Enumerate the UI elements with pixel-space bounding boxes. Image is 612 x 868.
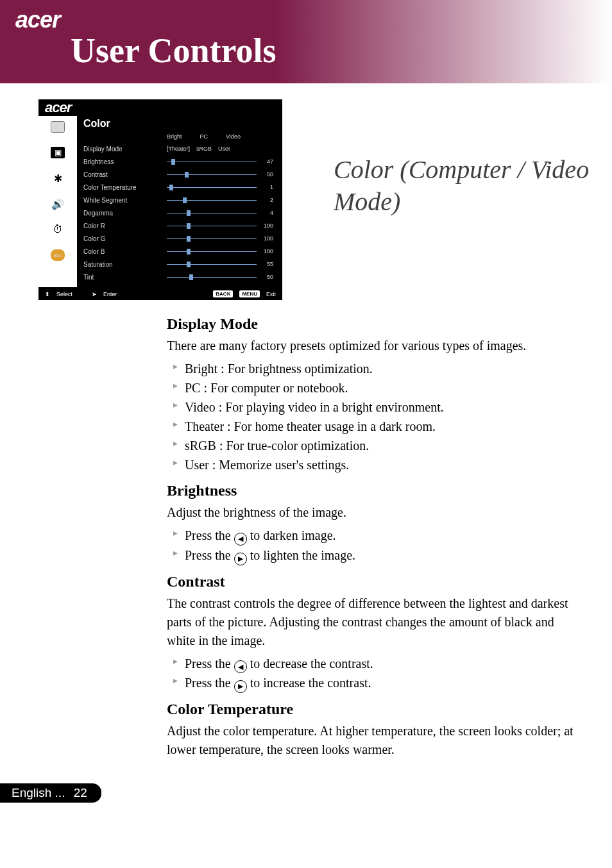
section-heading: Color (Computer / Video Mode) (334, 154, 597, 218)
list-item: Press the ◀ to darken image. (173, 526, 577, 546)
language-icon: abc (51, 249, 65, 261)
osd-brand: acer (38, 99, 282, 116)
intro-contrast: The contrast controls the degree of diff… (167, 594, 577, 650)
list-display-modes: Bright : For brightness optimization.PC … (173, 359, 577, 474)
osd-slider (167, 213, 257, 213)
osd-slider-value: 50 (257, 171, 273, 178)
osd-slider-value: 55 (257, 261, 273, 267)
list-item: Bright : For brightness optimization. (173, 359, 577, 378)
heading-color-temp: Color Temperature (167, 701, 577, 718)
osd-slider-row: Brightness47 (83, 155, 273, 168)
osd-header-1: Bright (167, 133, 182, 140)
osd-slider-row: Degamma4 (83, 206, 273, 219)
heading-display-mode: Display Mode (167, 315, 577, 333)
osd-back-chip: BACK (213, 290, 233, 297)
osd-sliders: Brightness47Contrast50Color Temperature1… (83, 155, 273, 283)
left-arrow-icon: ◀ (234, 533, 247, 546)
list-item: Press the ▶ to lighten the image. (173, 546, 577, 565)
gauge-icon: ◐ (51, 121, 65, 133)
list-item: sRGB : For true-color optimization. (173, 436, 577, 455)
page-title: User Controls (71, 31, 612, 71)
page-number: 22 (74, 786, 87, 799)
osd-slider-row: Tint50 (83, 271, 273, 283)
updown-icon: ⬍ (45, 291, 50, 297)
osd-slider-label: Saturation (83, 261, 167, 268)
osd-slider-label: Color R (83, 222, 167, 230)
osd-slider-label: Color B (83, 248, 167, 255)
right-icon: ➤ (92, 291, 97, 297)
osd-screenshot: acer ◐ ▣ ✱ 🔊 ⏱ abc Color Bright PC Video… (38, 99, 282, 300)
left-arrow-icon: ◀ (234, 660, 247, 673)
intro-brightness: Adjust the brightness of the image. (167, 503, 577, 522)
list-item: Theater : For home theater usage in a da… (173, 417, 577, 436)
osd-slider-row: Color R100 (83, 219, 273, 232)
page-language: English ... (12, 786, 65, 799)
osd-slider-value: 2 (257, 197, 273, 203)
osd-slider-row: Color G100 (83, 232, 273, 245)
osd-slider-value: 50 (257, 274, 273, 280)
osd-slider (167, 226, 257, 226)
osd-slider (167, 238, 257, 239)
osd-slider-value: 47 (257, 158, 273, 165)
osd-header-row: Bright PC Video (83, 133, 273, 140)
osd-header-3: Video (226, 133, 241, 140)
osd-opt-user: User (218, 146, 230, 152)
intro-color-temp: Adjust the color temperature. At higher … (167, 722, 577, 759)
osd-slider-label: Tint (83, 274, 167, 281)
osd-label: Display Mode (83, 146, 167, 153)
osd-slider (167, 162, 257, 162)
osd-header-2: PC (200, 133, 208, 140)
heading-brightness: Brightness (167, 482, 577, 499)
osd-slider-value: 100 (257, 222, 273, 229)
heading-contrast: Contrast (167, 573, 577, 590)
osd-slider-label: Color Temperature (83, 184, 167, 191)
osd-slider (167, 277, 257, 278)
osd-slider-row: Color Temperature1 (83, 181, 273, 194)
right-arrow-icon: ▶ (234, 553, 247, 565)
osd-slider-row: Contrast50 (83, 168, 273, 181)
osd-icon-column: ◐ ▣ ✱ 🔊 ⏱ abc (38, 116, 77, 287)
page-number-tab: English ... 22 (0, 783, 101, 803)
osd-slider-value: 100 (257, 235, 273, 242)
osd-exit: Exit (266, 291, 276, 297)
osd-slider-label: Color G (83, 235, 167, 242)
intro-display-mode: There are many factory presets optimized… (167, 337, 577, 355)
osd-select: Select (56, 291, 72, 297)
right-arrow-icon: ▶ (234, 680, 247, 693)
osd-slider (167, 200, 257, 201)
osd-row-display-mode: Display Mode [Theater] sRGB User (83, 142, 273, 155)
settings-icon: ✱ (51, 172, 65, 184)
content-body: Display Mode There are many factory pres… (167, 308, 577, 762)
osd-slider-label: Contrast (83, 171, 167, 178)
osd-slider (167, 174, 257, 175)
page-header: acer User Controls (0, 0, 612, 83)
osd-footer: ⬍ Select ➤ Enter BACK MENU Exit (38, 287, 282, 297)
list-item: User : Memorize user's settings. (173, 455, 577, 474)
brand-logo: acer (15, 6, 612, 33)
osd-title: Color (83, 118, 273, 129)
osd-slider-label: Brightness (83, 158, 167, 165)
osd-slider (167, 264, 257, 265)
osd-slider (167, 251, 257, 252)
osd-enter: Enter (103, 291, 117, 297)
osd-slider (167, 187, 257, 188)
osd-menu-chip: MENU (239, 290, 260, 297)
osd-slider-value: 100 (257, 248, 273, 255)
osd-slider-row: Color B100 (83, 245, 273, 258)
list-item: Video : For playing video in a bright en… (173, 397, 577, 417)
list-item: PC : For computer or notebook. (173, 378, 577, 397)
list-item: Press the ◀ to decrease the contrast. (173, 654, 577, 674)
image-icon: ▣ (51, 147, 65, 158)
list-item: Press the ▶ to increase the contrast. (173, 673, 577, 693)
osd-slider-label: White Segment (83, 197, 167, 204)
osd-slider-value: 4 (257, 210, 273, 216)
osd-slider-row: White Segment2 (83, 194, 273, 206)
osd-slider-row: Saturation55 (83, 258, 273, 271)
osd-opt-theater: [Theater] (167, 146, 190, 152)
timer-icon: ⏱ (51, 224, 65, 235)
osd-slider-label: Degamma (83, 210, 167, 217)
osd-slider-value: 1 (257, 184, 273, 190)
audio-icon: 🔊 (51, 198, 65, 210)
osd-opt-srgb: sRGB (196, 146, 212, 152)
